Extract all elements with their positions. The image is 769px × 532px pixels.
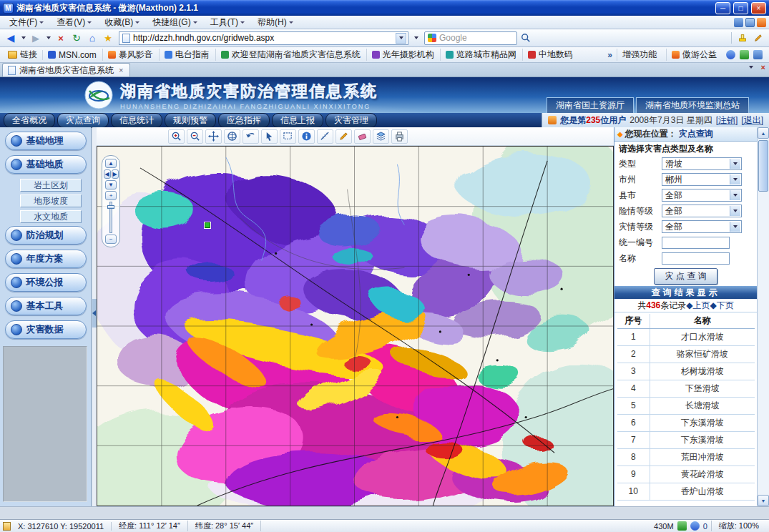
nav-tab-overview[interactable]: 全省概况 — [4, 113, 55, 128]
back-button[interactable]: ◀ — [4, 31, 18, 45]
zoom-plus-icon[interactable]: + — [105, 191, 117, 200]
query-button[interactable]: 灾 点 查 询 — [654, 268, 717, 285]
menu-help[interactable]: 帮助(H) — [251, 16, 300, 29]
highlight-button[interactable] — [735, 31, 750, 45]
nav-tab-emergency[interactable]: 应急指挥 — [218, 113, 270, 128]
next-page-link[interactable]: ◆下页 — [710, 300, 734, 312]
browser-tab[interactable]: 湖南省地质灾害信息系统 × — [2, 63, 130, 77]
link-city[interactable]: 览路城市精品网 — [440, 49, 521, 61]
table-row[interactable]: 2骆家恒矿滑坡 — [617, 345, 755, 363]
menu-groups[interactable]: 快捷组(G) — [146, 16, 203, 29]
nav-tab-warning[interactable]: 规则预警 — [165, 113, 216, 128]
maximize-button[interactable]: □ — [733, 2, 748, 14]
search-button[interactable] — [519, 31, 533, 45]
stop-button[interactable]: × — [54, 31, 68, 45]
skin-icon[interactable] — [745, 18, 755, 27]
select-arrow-button[interactable] — [730, 174, 740, 184]
name-input[interactable] — [662, 252, 730, 265]
table-row[interactable]: 5长塘滑坡 — [617, 397, 755, 414]
zoom-out-icon[interactable] — [187, 129, 203, 144]
links-label[interactable]: 链接 — [4, 49, 41, 61]
link-charity[interactable]: 傲游公益 — [666, 49, 722, 61]
menu-favorites[interactable]: 收藏(B) — [98, 16, 146, 29]
table-row[interactable]: 8荒田冲滑坡 — [617, 448, 755, 466]
layers-icon[interactable] — [373, 129, 389, 144]
zoom-level[interactable]: 缩放: 100% — [711, 521, 766, 531]
exit-link[interactable]: [退出] — [741, 114, 763, 127]
pan-down-icon[interactable]: ▼ — [105, 180, 117, 189]
draw-icon[interactable] — [335, 129, 352, 144]
city-select[interactable]: 郴州 — [662, 173, 742, 186]
search-box[interactable]: Google — [424, 31, 517, 45]
nav-tab-management[interactable]: 灾害管理 — [325, 113, 377, 128]
table-row[interactable]: 10香炉山滑坡 — [617, 483, 755, 500]
pan-up-icon[interactable]: ▲ — [105, 159, 117, 168]
nav-tab-disaster-query[interactable]: 灾点查询 — [57, 113, 109, 128]
link-radio[interactable]: 电台指南 — [159, 49, 215, 61]
tabbar-close-button[interactable]: × — [760, 63, 767, 72]
minimize-button[interactable]: ─ — [715, 2, 730, 14]
sidebar-item-environment-bulletin[interactable]: 环境公报 — [5, 273, 87, 292]
table-row[interactable]: 4下堡滑坡 — [617, 380, 755, 397]
sidebar-subitem-terrain-slope[interactable]: 地形坡度 — [20, 194, 82, 207]
sidebar-item-prevention-planning[interactable]: 防治规划 — [5, 226, 87, 245]
link-msn[interactable]: MSN.com — [42, 50, 102, 60]
table-row[interactable]: 7下东溪滑坡 — [617, 431, 755, 448]
address-bar[interactable]: http://dzzh.hndh.gov.cn/gridweb.aspx — [119, 31, 408, 45]
table-row[interactable]: 1才口水滑坡 — [617, 328, 755, 345]
pan-right-icon[interactable]: ▶ — [112, 169, 119, 179]
select-arrow-icon[interactable] — [261, 129, 278, 144]
menu-view[interactable]: 查看(V) — [50, 16, 98, 29]
scroll-up-icon[interactable]: ▲ — [758, 127, 769, 139]
promo-icon[interactable] — [757, 18, 766, 27]
zoom-slider[interactable] — [109, 202, 112, 233]
table-row[interactable]: 6下东溪滑坡 — [617, 414, 755, 431]
link-plugins[interactable]: 增强功能 — [617, 49, 662, 61]
link-baofeng[interactable]: 暴风影音 — [102, 49, 158, 61]
disaster-level-select[interactable]: 全部 — [662, 220, 742, 233]
scroll-thumb[interactable] — [758, 140, 768, 192]
zoom-in-icon[interactable] — [168, 129, 185, 144]
scroll-down-icon[interactable]: ▼ — [758, 495, 769, 506]
select-arrow-button[interactable] — [730, 159, 740, 169]
banner-link-monitoring-station[interactable]: 湖南省地质环境监测总站 — [636, 97, 749, 113]
vertical-scrollbar[interactable]: ▲ ▼ — [757, 127, 769, 506]
print-icon[interactable] — [391, 129, 408, 144]
filter-icon[interactable] — [740, 50, 749, 59]
map-canvas[interactable]: ▲ ◀▶ ▼ + − — [97, 146, 614, 506]
tab-list-button[interactable] — [748, 60, 755, 74]
menu-file[interactable]: 文件(F) — [3, 16, 50, 29]
edit-button[interactable] — [751, 31, 765, 45]
table-row[interactable]: 9黄花岭滑坡 — [617, 466, 755, 483]
tab-close-icon[interactable]: × — [117, 66, 124, 74]
select-rect-icon[interactable] — [280, 129, 296, 144]
sidebar-item-basic-tools[interactable]: 基本工具 — [5, 297, 87, 315]
type-select[interactable]: 滑坡 — [662, 157, 742, 170]
address-dropdown[interactable] — [396, 33, 406, 44]
danger-level-select[interactable]: 全部 — [662, 205, 742, 217]
sidebar-subitem-hydrogeology[interactable]: 水文地质 — [20, 210, 82, 223]
map-marker[interactable] — [205, 222, 210, 228]
previous-view-icon[interactable] — [243, 129, 259, 144]
full-extent-icon[interactable] — [224, 129, 240, 144]
select-arrow-button[interactable] — [730, 206, 740, 216]
proxy-icon[interactable] — [726, 50, 735, 59]
logout-link[interactable]: [注销] — [716, 114, 738, 127]
county-select[interactable]: 全部 — [662, 189, 742, 202]
sidebar-subitem-rock-zoning[interactable]: 岩土区划 — [20, 179, 82, 192]
menu-tools[interactable]: 工具(T) — [204, 16, 251, 29]
sidebar-item-disaster-data[interactable]: 灾害数据 — [5, 320, 87, 339]
select-arrow-button[interactable] — [730, 190, 740, 200]
back-dropdown[interactable] — [19, 31, 27, 45]
select-arrow-button[interactable] — [730, 222, 740, 232]
close-button[interactable]: × — [751, 2, 766, 14]
go-dropdown[interactable] — [412, 31, 420, 45]
erase-icon[interactable] — [354, 129, 371, 144]
zoom-slider-thumb[interactable] — [107, 205, 114, 209]
identify-icon[interactable] — [298, 129, 315, 144]
plugin-icon[interactable] — [753, 50, 763, 59]
sidebar-item-annual-plan[interactable]: 年度方案 — [5, 250, 87, 268]
pan-icon[interactable] — [205, 129, 222, 144]
link-zhongdi[interactable]: 中地数码 — [522, 49, 578, 61]
table-row[interactable]: 3杉树垅滑坡 — [617, 363, 755, 380]
